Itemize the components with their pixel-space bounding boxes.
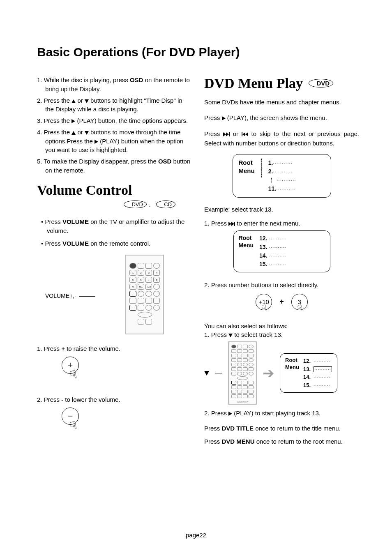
text: Press [204,425,222,432]
text: 5. To make the Display disappear, press … [37,158,158,165]
text: Menu [239,167,255,174]
next-icon [228,222,235,226]
volume-bullet-2: Press VOLUME on the remote control. [47,239,192,249]
osd-step-4: 4. Press the or buttons to move through … [45,128,192,154]
volume-step-2: 2. Press - to lower the volume. [45,395,192,404]
osd-keyword: OSD [158,158,172,165]
dvd-menu-keyword: DVD MENU [222,438,255,445]
prev-icon [242,132,248,136]
text: Root [239,235,252,241]
callout-line [79,296,95,297]
down-arrow-icon [85,131,89,135]
list-item: 12. [259,235,267,242]
page-number: page22 [0,532,392,539]
menu-items: 12. ·········· 13. ·········· 14. ······… [259,234,287,269]
root-menu-box-2: Root Menu 12. ·········· 13. ·········· … [233,230,330,272]
text: once to return to the title menu. [255,425,341,432]
list-item: 13. [303,366,311,372]
remote-control-illustration: 1234 5678 90/1+10 + − [125,255,164,334]
left-column: 1. While the disc is playing, press OSD … [37,76,192,453]
press-play-line: Press (PLAY), the screen shows the menu. [204,113,359,122]
text: 1. While the disc is playing, press [37,76,130,83]
plus10-button: +10☟ [256,294,272,310]
root-menu-box-3: Root Menu 12. ·········· 13. ·········· … [280,353,337,393]
down-arrow-icon [228,334,233,337]
dvd-disc-icon: DVD [124,200,146,208]
plus-symbol: + [61,345,65,352]
dvd-menu-play-heading: DVD Menu Play DVD [204,76,359,91]
text: Press [204,438,222,445]
callout-line [215,373,222,373]
osd-keyword: OSD [130,76,143,83]
volume-label: VOLUME+,- [45,292,76,299]
press-plus-figure: + ☟ [58,357,107,385]
root-menu-label: Root Menu [285,357,299,389]
text: 2. Press the [37,97,71,104]
text: Menu [239,242,254,249]
press-plus10-3-figure: +10☟ + 3☟ [204,294,359,310]
two-column-layout: 1. While the disc is playing, press OSD … [37,76,359,453]
text: Press [204,130,223,137]
text: 4. Press the [37,129,71,136]
play-icon [228,412,232,416]
text: or [233,130,242,137]
plus-symbol: + [279,297,284,306]
play-icon [95,140,98,144]
text: Root [285,357,297,363]
minus-symbol: - [61,396,63,403]
list-item: 11. [268,185,276,192]
remote-to-menu-figure: MAGNAVOX ➔ Root Menu 12. ·········· 13. … [204,341,359,405]
plus10-button-icon: +10☟ [256,294,272,310]
root-menu-label: Root Menu [239,159,255,175]
menu-items: 12. ·········· 13. ·········· 14. ······… [303,357,332,389]
text: Root [239,159,253,166]
text: Press [204,114,222,121]
volume-keyword: VOLUME [62,218,89,225]
list-item: 15. [303,382,311,388]
alt-step-1: 1. Press to select track 13. [212,330,359,339]
list-item: 14. [303,374,311,380]
three-button-icon: 3☟ [291,294,308,310]
up-arrow-icon [71,99,76,103]
press-minus-figure: − ☟ [58,408,107,436]
alt-step-2: 2. Press (PLAY) to start playing track 1… [212,409,359,418]
menu-step-2: 2. Press number buttons to select direct… [212,281,359,290]
text: 2. Press [204,410,228,417]
press-skip-line: Press or to skip to the next or previous… [204,129,359,148]
text: or [77,97,85,104]
separator [261,159,262,177]
text: DVD Menu Play [204,76,303,91]
text: 1. Press [204,331,228,338]
text: 1. Press [37,345,61,352]
list-item: 1. [268,159,273,166]
dvd-title-note: Press DVD TITLE once to return to the ti… [204,424,359,433]
list-item: 15. [259,261,267,267]
manual-page: Basic Operations (For DVD Player) 1. Whi… [0,0,392,555]
volume-bullet-1: Press VOLUME on the TV or amplifier to a… [47,217,192,236]
osd-step-5: 5. To make the Display disappear, press … [45,157,192,175]
text: (PLAY) to start playing track 13. [234,410,321,417]
list-item: ⋮ [268,177,275,183]
text: 1. Press [204,220,228,227]
text: Press [45,240,62,247]
separator: 、 [148,200,154,207]
root-menu-label: Root Menu [239,234,254,249]
example-line: Example: select track 13. [204,206,359,213]
menu-items: 1.··········· 2.··········· ⋮ ··········… [268,159,296,193]
text: once to return to the root menu. [256,438,343,445]
dvd-disc-icon: DVD [309,79,333,88]
list-item: 2. [268,168,273,175]
up-arrow-icon [71,131,76,135]
menu-step-1: 1. Press to enter the next menu. [212,219,359,228]
list-item: 12. [303,358,311,364]
intro-paragraph: Some DVDs have title menus and chapter m… [204,97,359,107]
disc-types-row: DVD 、 CD [37,200,192,208]
volume-keyword: VOLUME [62,240,89,247]
three-button: 3☟ [291,294,308,310]
root-menu-box-1: Root Menu 1.··········· 2.··········· ⋮ … [233,154,331,198]
list-item: 14. [259,252,267,259]
text: or [77,129,85,136]
dvd-title-keyword: DVD TITLE [222,425,254,432]
down-arrow-icon [204,371,209,375]
osd-step-1: 1. While the disc is playing, press OSD … [45,76,192,94]
